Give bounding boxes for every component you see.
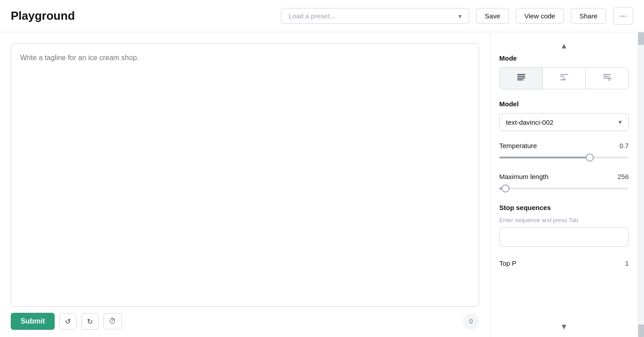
model-label: Model	[499, 100, 629, 108]
content-area: Submit 0	[0, 32, 490, 337]
top-p-value: 1	[625, 259, 629, 267]
svg-rect-3	[517, 79, 523, 80]
svg-rect-2	[517, 78, 525, 79]
insert-icon	[559, 72, 569, 84]
svg-rect-5	[560, 76, 564, 77]
temperature-track	[499, 157, 629, 158]
more-button[interactable]: ···	[613, 7, 633, 25]
scroll-down-arrow[interactable]: ▼	[560, 322, 568, 332]
svg-rect-6	[560, 79, 564, 80]
redo-icon	[87, 317, 93, 326]
char-count: 0	[463, 313, 479, 329]
preset-placeholder: Load a preset...	[289, 12, 335, 20]
redo-button[interactable]	[81, 313, 99, 330]
mode-complete-button[interactable]	[500, 68, 543, 89]
settings-sidebar: ▲ Mode	[490, 32, 638, 337]
svg-rect-9	[603, 78, 611, 79]
top-p-row: Top P 1	[499, 258, 629, 267]
preset-dropdown[interactable]: Load a preset... ▾	[281, 8, 469, 24]
temperature-thumb[interactable]	[586, 153, 594, 162]
svg-rect-4	[560, 74, 568, 75]
model-dropdown[interactable]: text-davinci-002 ▾	[499, 113, 629, 131]
max-length-track	[499, 188, 629, 189]
bottom-bar: Submit 0	[11, 313, 479, 330]
submit-button[interactable]: Submit	[11, 313, 55, 330]
temperature-slider[interactable]	[499, 153, 629, 162]
scrollbar-track[interactable]	[638, 32, 644, 337]
mode-edit-button[interactable]	[586, 68, 628, 89]
temperature-row: Temperature 0.7	[499, 142, 629, 149]
svg-rect-8	[603, 76, 609, 77]
mode-insert-button[interactable]	[543, 68, 586, 89]
history-icon	[109, 317, 116, 325]
model-value: text-davinci-002	[506, 118, 553, 126]
max-length-section: Maximum length 256	[499, 173, 629, 193]
svg-rect-7	[603, 74, 611, 75]
mode-section: Mode	[499, 54, 629, 89]
temperature-label: Temperature	[499, 142, 537, 149]
save-button[interactable]: Save	[476, 8, 509, 24]
mode-button-group	[499, 67, 629, 89]
temperature-fill	[499, 157, 590, 158]
top-p-section: Top P 1	[499, 258, 629, 267]
scrollbar-thumb-top	[638, 32, 644, 45]
scrollbar-thumb-bottom	[638, 324, 644, 337]
svg-rect-0	[517, 74, 525, 75]
main-layout: Submit 0 ▲ Mode	[0, 32, 644, 337]
undo-icon	[65, 317, 71, 326]
list-lines-icon	[516, 72, 526, 84]
max-length-label: Maximum length	[499, 173, 549, 180]
temperature-value: 0.7	[619, 142, 629, 149]
undo-button[interactable]	[59, 313, 77, 330]
svg-rect-1	[517, 76, 525, 77]
chevron-down-icon: ▾	[458, 13, 462, 20]
stop-sequences-section: Stop sequences Enter sequence and press …	[499, 204, 629, 247]
edit-lines-icon	[602, 72, 612, 84]
header: Playground Load a preset... ▾ Save View …	[0, 0, 644, 32]
max-length-row: Maximum length 256	[499, 173, 629, 180]
share-button[interactable]: Share	[571, 8, 606, 24]
prompt-textarea[interactable]	[11, 43, 479, 306]
stop-sequences-label: Stop sequences	[499, 204, 629, 211]
history-button[interactable]	[103, 313, 122, 329]
max-length-value: 256	[618, 173, 629, 180]
top-p-label: Top P	[499, 259, 516, 267]
mode-label: Mode	[499, 54, 629, 62]
page-title: Playground	[11, 9, 75, 23]
max-length-thumb[interactable]	[501, 184, 510, 193]
model-chevron-icon: ▾	[618, 118, 622, 126]
stop-sequences-input[interactable]	[499, 227, 629, 247]
max-length-slider[interactable]	[499, 184, 629, 193]
stop-sequences-hint: Enter sequence and press Tab	[499, 217, 629, 223]
scroll-up-arrow[interactable]: ▲	[499, 41, 629, 51]
view-code-button[interactable]: View code	[516, 8, 564, 24]
model-section: Model text-davinci-002 ▾	[499, 100, 629, 131]
temperature-section: Temperature 0.7	[499, 142, 629, 162]
